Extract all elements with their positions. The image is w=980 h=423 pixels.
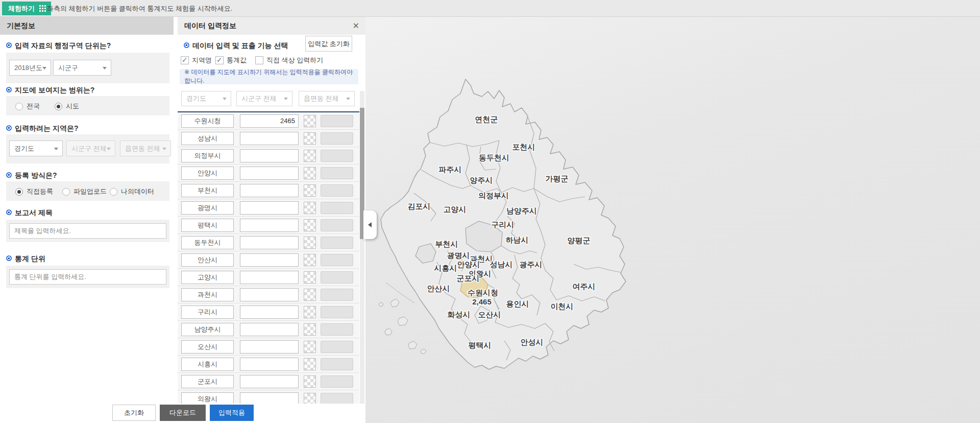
map-label-군포시[interactable]: 군포시 (457, 274, 480, 283)
apply-button[interactable]: 입력적용 (210, 405, 254, 421)
region-value-input[interactable]: 2465 (240, 114, 299, 128)
region-name-input[interactable]: 수원시청 (181, 114, 234, 128)
try-button[interactable]: 체험하기 (2, 2, 51, 15)
map-label-부천시[interactable]: 부천시 (435, 240, 458, 248)
region-name-input[interactable]: 오산시 (181, 340, 234, 354)
color-swatch[interactable] (304, 323, 316, 336)
color-swatch[interactable] (304, 375, 316, 388)
panel-collapse-tab[interactable] (363, 210, 377, 239)
color-swatch[interactable] (304, 150, 316, 162)
color-swatch[interactable] (304, 237, 316, 249)
region-value-input[interactable] (240, 149, 299, 162)
map-label-안양시[interactable]: 안양시 (457, 260, 480, 269)
close-icon[interactable]: ✕ (353, 17, 359, 35)
color-swatch[interactable] (304, 393, 316, 404)
region-value-input[interactable] (240, 236, 299, 249)
region-name-input[interactable]: 성남시 (181, 132, 234, 145)
region-value-input[interactable] (240, 375, 299, 388)
gyeonggi-map[interactable]: 연천군포천시동두천시파주시양주시가평군의정부시김포시고양시남양주시구리시하남시양… (365, 17, 980, 423)
region-value-input[interactable] (240, 288, 299, 301)
region-name-input[interactable]: 의정부시 (181, 149, 234, 162)
region-value-input[interactable] (240, 271, 299, 284)
map-label-안산시[interactable]: 안산시 (427, 284, 450, 293)
filter-eupmyeondong-select[interactable]: 읍면동 전체 (299, 91, 355, 106)
color-swatch[interactable] (304, 202, 316, 214)
map-label-안성시[interactable]: 안성시 (521, 338, 544, 346)
map-label-이천시[interactable]: 이천시 (551, 302, 574, 311)
color-swatch[interactable] (304, 132, 316, 145)
map-label-구리시[interactable]: 구리시 (492, 220, 514, 229)
region-value-input[interactable] (240, 253, 299, 267)
region-value-input[interactable] (240, 219, 299, 232)
map-label-highlight[interactable]: 수원시청 (468, 288, 498, 297)
map-label-용인시[interactable]: 용인시 (506, 299, 529, 308)
scrollbar-track[interactable] (360, 91, 364, 404)
color-swatch[interactable] (304, 358, 316, 370)
checkbox-direct-color[interactable]: 직접 색상 입력하기 (255, 56, 323, 65)
color-swatch[interactable] (304, 306, 316, 318)
map-label-남양주시[interactable]: 남양주시 (506, 206, 537, 215)
map-label-평택시[interactable]: 평택시 (469, 341, 492, 349)
map-label-시흥시[interactable]: 시흥시 (434, 264, 457, 272)
map-label-파주시[interactable]: 파주시 (439, 165, 462, 174)
region-value-input[interactable] (240, 340, 299, 354)
region-name-input[interactable]: 광명시 (181, 201, 234, 215)
color-swatch[interactable] (304, 184, 316, 197)
reset-button[interactable]: 초기화 (112, 405, 156, 421)
map-label-양주시[interactable]: 양주시 (470, 176, 493, 184)
region-value-input[interactable] (240, 201, 299, 215)
year-select[interactable]: 2018년도 (9, 60, 51, 76)
map-value-highlight[interactable]: 2,465 (472, 297, 492, 306)
color-swatch[interactable] (304, 167, 316, 179)
color-swatch[interactable] (304, 271, 316, 284)
radio-method-fileupload[interactable]: 파일업로드 (62, 187, 107, 196)
region-name-input[interactable]: 동두천시 (181, 236, 234, 249)
province-select[interactable]: 경기도 (9, 140, 63, 156)
region-value-input[interactable] (240, 358, 299, 371)
map-label-포천시[interactable]: 포천시 (512, 143, 535, 151)
map-label-양평군[interactable]: 양평군 (568, 236, 591, 245)
report-title-input[interactable]: 제목을 입력하세요. (9, 223, 166, 239)
radio-scope-nationwide[interactable]: 전국 (15, 102, 40, 111)
region-name-input[interactable]: 고양시 (181, 271, 234, 284)
map-area[interactable]: 연천군포천시동두천시파주시양주시가평군의정부시김포시고양시남양주시구리시하남시양… (365, 17, 980, 423)
region-name-input[interactable]: 군포시 (181, 375, 234, 388)
region-name-input[interactable]: 시흥시 (181, 358, 234, 371)
checkbox-stat-value[interactable]: 통계값 (215, 56, 247, 65)
color-swatch[interactable] (304, 341, 316, 353)
map-label-여주시[interactable]: 여주시 (573, 282, 596, 291)
map-label-화성시[interactable]: 화성시 (448, 310, 471, 319)
map-label-하남시[interactable]: 하남시 (506, 236, 529, 244)
color-swatch[interactable] (304, 254, 316, 266)
stat-unit-input[interactable]: 통계 단위를 입력하세요. (9, 269, 166, 285)
region-name-input[interactable]: 안산시 (181, 253, 234, 267)
region-value-input[interactable] (240, 392, 299, 404)
color-swatch[interactable] (304, 219, 316, 231)
map-label-의정부시[interactable]: 의정부시 (478, 191, 509, 200)
color-swatch[interactable] (304, 289, 316, 301)
region-value-input[interactable] (240, 323, 299, 336)
map-label-광명시[interactable]: 광명시 (447, 251, 470, 260)
region-name-input[interactable]: 구리시 (181, 306, 234, 319)
download-button[interactable]: 다운로드 (160, 405, 206, 421)
filter-sigungu-select[interactable]: 시군구 전체 (236, 91, 292, 106)
admin-level-select[interactable]: 시군구 (53, 60, 111, 76)
region-name-input[interactable]: 남양주시 (181, 323, 234, 336)
reset-values-button[interactable]: 입력값 초기화 (305, 36, 352, 52)
region-name-input[interactable]: 의왕시 (181, 392, 234, 404)
map-label-성남시[interactable]: 성남시 (490, 260, 513, 269)
region-name-input[interactable]: 과천시 (181, 288, 234, 301)
region-value-input[interactable] (240, 167, 299, 180)
region-name-input[interactable]: 평택시 (181, 219, 234, 232)
map-label-동두천시[interactable]: 동두천시 (479, 153, 509, 162)
map-label-광주시[interactable]: 광주시 (520, 260, 543, 269)
map-label-김포시[interactable]: 김포시 (408, 202, 431, 210)
color-swatch[interactable] (304, 115, 316, 127)
filter-province-select[interactable]: 경기도 (181, 91, 231, 106)
region-value-input[interactable] (240, 184, 299, 197)
checkbox-region-name[interactable]: 지역명 (181, 56, 212, 65)
map-label-가평군[interactable]: 가평군 (546, 174, 569, 183)
region-name-input[interactable]: 부천시 (181, 184, 234, 197)
region-value-input[interactable] (240, 132, 299, 145)
radio-scope-sido[interactable]: 시도 (55, 102, 79, 111)
